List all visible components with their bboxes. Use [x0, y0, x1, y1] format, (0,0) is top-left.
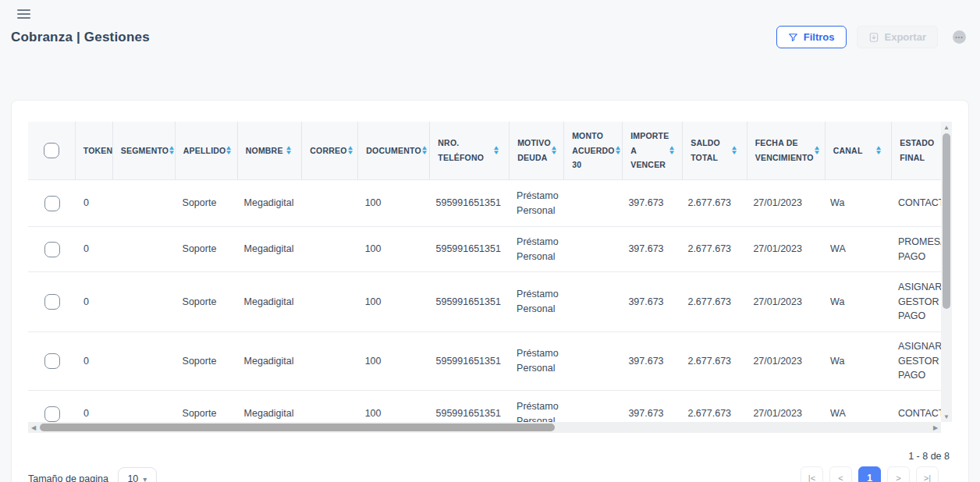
select-all-checkbox[interactable]: [44, 143, 59, 158]
cell-canal: Wa: [822, 332, 890, 390]
table-row: 0SoporteMegadigital100595991651351Présta…: [28, 332, 952, 391]
column-label: MOTIVO DEUDA: [517, 136, 551, 165]
cell-documento: 100: [357, 180, 428, 226]
column-label: MONTO ACUERDO 30: [572, 129, 614, 173]
page-title: Cobranza | Gestiones: [11, 30, 150, 45]
sort-arrows-icon[interactable]: ▲▼: [875, 146, 885, 155]
cell-monto_acuerdo_30: [563, 272, 620, 331]
cell-importe_a_vencer: 397.673: [620, 227, 680, 271]
column-header-fecha_vencimiento[interactable]: FECHA DE VENCIMIENTO▲▼: [747, 122, 825, 179]
page-size-label: Tamaño de pagina: [28, 473, 108, 482]
column-header-apellido[interactable]: APELLIDO▲▼: [175, 122, 237, 179]
cell-segmento: [113, 227, 175, 271]
column-label: SEGMENTO: [121, 144, 169, 158]
column-header-monto_acuerdo_30[interactable]: MONTO ACUERDO 30▲▼: [563, 122, 622, 179]
row-checkbox[interactable]: [44, 294, 60, 310]
sort-arrows-icon[interactable]: ▲▼: [669, 146, 678, 155]
page-size-value: 10: [127, 473, 138, 482]
scroll-up-icon[interactable]: ▲: [941, 122, 952, 133]
column-label: NOMBRE: [246, 144, 283, 158]
column-header-token: TOKEN: [75, 122, 112, 179]
table-row: 0SoporteMegadigital100595991651351Présta…: [28, 227, 952, 272]
sort-arrows-icon[interactable]: ▲▼: [225, 146, 235, 155]
cell-token: 0: [76, 332, 113, 390]
horizontal-scrollbar[interactable]: ◀ ▶: [28, 422, 941, 433]
page-1-button[interactable]: 1: [858, 466, 881, 482]
sort-arrows-icon[interactable]: ▲▼: [731, 146, 740, 155]
vertical-scrollbar[interactable]: ▲ ▼: [941, 122, 952, 422]
column-header-segmento[interactable]: SEGMENTO▲▼: [112, 122, 175, 179]
cell-apellido: Soporte: [175, 332, 236, 390]
scroll-right-icon[interactable]: ▶: [930, 422, 941, 433]
cell-saldo_total: 2.677.673: [680, 180, 745, 226]
page-size-select[interactable]: 10 ▾: [118, 467, 157, 482]
column-header-documento[interactable]: DOCUMENTO▲▼: [357, 122, 429, 179]
sort-arrows-icon[interactable]: ▲▼: [493, 146, 502, 155]
table-body: 0SoporteMegadigital100595991651351Présta…: [28, 180, 952, 433]
scroll-left-icon[interactable]: ◀: [28, 422, 39, 433]
cell-segmento: [113, 272, 175, 331]
cell-motivo_deuda: Préstamo Personal: [509, 272, 563, 331]
table-row: 0SoporteMegadigital100595991651351Présta…: [28, 272, 952, 332]
cell-canal: Wa: [822, 272, 890, 331]
last-page-button[interactable]: >|: [916, 466, 939, 482]
ellipsis-icon: •••: [955, 34, 963, 40]
column-label: SALDO TOTAL: [691, 136, 730, 165]
next-page-button[interactable]: >: [887, 466, 910, 482]
cell-documento: 100: [357, 272, 428, 331]
row-checkbox[interactable]: [44, 242, 60, 257]
cell-nombre: Megadigital: [236, 227, 302, 271]
sort-arrows-icon[interactable]: ▲▼: [347, 146, 357, 155]
column-label: CANAL: [833, 144, 863, 158]
scroll-down-icon[interactable]: ▼: [941, 411, 952, 422]
column-header-motivo_deuda[interactable]: MOTIVO DEUDA▲▼: [509, 122, 563, 179]
sort-arrows-icon[interactable]: ▲▼: [551, 146, 560, 155]
more-options-button[interactable]: •••: [953, 30, 966, 44]
row-checkbox[interactable]: [44, 353, 60, 369]
prev-page-button[interactable]: <: [829, 466, 852, 482]
filter-icon: [788, 32, 798, 42]
exportar-button[interactable]: Exportar: [857, 26, 938, 48]
cell-motivo_deuda: Préstamo Personal: [509, 180, 563, 226]
cell-token: 0: [76, 272, 113, 331]
cell-fecha_vencimiento: 27/01/2023: [745, 332, 822, 390]
column-header-importe_a_vencer[interactable]: IMPORTE A VENCER▲▼: [622, 122, 682, 179]
cell-motivo_deuda: Préstamo Personal: [509, 332, 563, 390]
row-checkbox-cell: [28, 332, 76, 390]
column-header-nombre[interactable]: NOMBRE▲▼: [237, 122, 302, 179]
column-header-correo[interactable]: CORREO▲▼: [301, 122, 357, 179]
sort-arrows-icon[interactable]: ▲▼: [286, 146, 295, 155]
column-header-saldo_total[interactable]: SALDO TOTAL▲▼: [682, 122, 747, 179]
cell-apellido: Soporte: [175, 180, 236, 226]
cell-monto_acuerdo_30: [563, 227, 620, 271]
cell-importe_a_vencer: 397.673: [620, 180, 680, 226]
cell-documento: 100: [357, 332, 428, 390]
cell-motivo_deuda: Préstamo Personal: [509, 227, 563, 271]
horizontal-scrollbar-thumb[interactable]: [40, 424, 555, 431]
menu-icon[interactable]: [17, 7, 30, 21]
cell-segmento: [113, 332, 175, 390]
select-all-cell: [28, 122, 75, 179]
cell-fecha_vencimiento: 27/01/2023: [745, 272, 822, 331]
cell-saldo_total: 2.677.673: [680, 272, 745, 331]
row-checkbox[interactable]: [44, 406, 60, 422]
row-checkbox[interactable]: [44, 196, 60, 211]
cell-telefono: 595991651351: [428, 272, 509, 331]
cell-correo: [302, 227, 357, 271]
cell-nombre: Megadigital: [236, 272, 302, 331]
cell-canal: Wa: [822, 180, 890, 226]
column-label: TOKEN: [83, 144, 113, 158]
vertical-scrollbar-thumb[interactable]: [943, 133, 950, 309]
column-header-canal[interactable]: CANAL▲▼: [825, 122, 891, 179]
column-label: CORREO: [310, 144, 346, 158]
cell-correo: [302, 272, 357, 331]
row-checkbox-cell: [28, 227, 76, 271]
sort-arrows-icon[interactable]: ▲▼: [814, 146, 823, 155]
cell-nombre: Megadigital: [236, 180, 302, 226]
table-card: TOKENSEGMENTO▲▼APELLIDO▲▼NOMBRE▲▼CORREO▲…: [11, 100, 969, 482]
filtros-button[interactable]: Filtros: [776, 26, 847, 48]
column-header-telefono[interactable]: NRO. TELÉFONO▲▼: [429, 122, 509, 179]
cell-telefono: 595991651351: [428, 332, 509, 390]
first-page-button[interactable]: |<: [801, 466, 823, 482]
column-label: IMPORTE A VENCER: [630, 129, 669, 173]
